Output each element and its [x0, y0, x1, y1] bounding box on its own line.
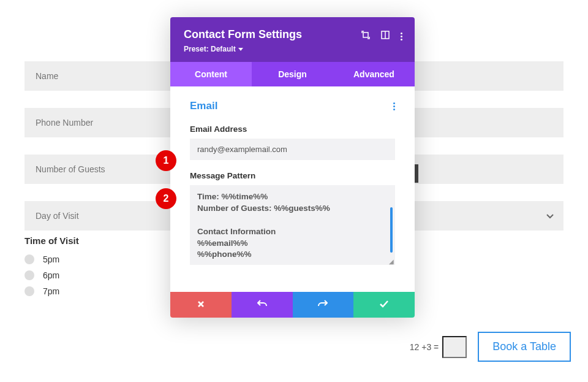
close-icon [197, 299, 205, 310]
modal-tabs: Content Design Advanced [170, 62, 415, 86]
module-handle [415, 164, 418, 183]
radio-icon [24, 270, 34, 280]
section-more-icon[interactable] [393, 102, 395, 110]
radio-icon [24, 254, 34, 264]
annotation-badge-2: 2 [156, 188, 176, 209]
email-address-label: Email Address [190, 124, 395, 134]
radio-icon [24, 286, 34, 296]
tab-advanced[interactable]: Advanced [333, 62, 415, 86]
save-button[interactable] [353, 292, 415, 318]
book-table-button[interactable]: Book a Table [478, 332, 571, 362]
cancel-button[interactable] [170, 292, 232, 318]
email-section-title[interactable]: Email [190, 100, 217, 112]
settings-modal: Contact Form Settings Preset: Default Co… [170, 17, 415, 318]
message-pattern-textarea[interactable] [190, 185, 395, 265]
expand-icon[interactable] [361, 31, 370, 42]
captcha-text: 12 +3 = [410, 342, 439, 352]
caret-down-icon [238, 48, 243, 51]
tab-content[interactable]: Content [170, 62, 252, 86]
modal-title: Contact Form Settings [184, 28, 302, 41]
modal-body: Email Email Address Message Pattern ◢ [170, 86, 415, 292]
captcha: 12 +3 = [410, 336, 467, 358]
undo-icon [257, 299, 267, 310]
undo-button[interactable] [232, 292, 293, 318]
chevron-down-icon [546, 210, 554, 221]
time-option-text: 6pm [43, 270, 59, 280]
annotation-badge-1: 1 [156, 150, 176, 171]
preset-label: Preset: Default [184, 45, 236, 53]
time-option-text: 5pm [43, 254, 59, 264]
preset-dropdown[interactable]: Preset: Default [184, 45, 302, 53]
more-icon[interactable] [401, 32, 402, 40]
redo-button[interactable] [293, 292, 354, 318]
snap-icon[interactable] [381, 31, 390, 42]
scrollbar[interactable] [390, 207, 393, 253]
time-option-text: 7pm [43, 286, 59, 296]
modal-footer [170, 292, 415, 318]
bottom-row: 12 +3 = Book a Table [410, 332, 571, 362]
modal-header: Contact Form Settings Preset: Default [170, 17, 415, 62]
captcha-input[interactable] [442, 336, 467, 358]
email-address-input[interactable] [190, 139, 395, 160]
tab-design[interactable]: Design [252, 62, 333, 86]
resize-handle-icon[interactable]: ◢ [389, 259, 394, 265]
redo-icon [318, 299, 328, 310]
check-icon [380, 299, 388, 310]
message-pattern-label: Message Pattern [190, 171, 395, 180]
svg-rect-0 [363, 32, 368, 37]
